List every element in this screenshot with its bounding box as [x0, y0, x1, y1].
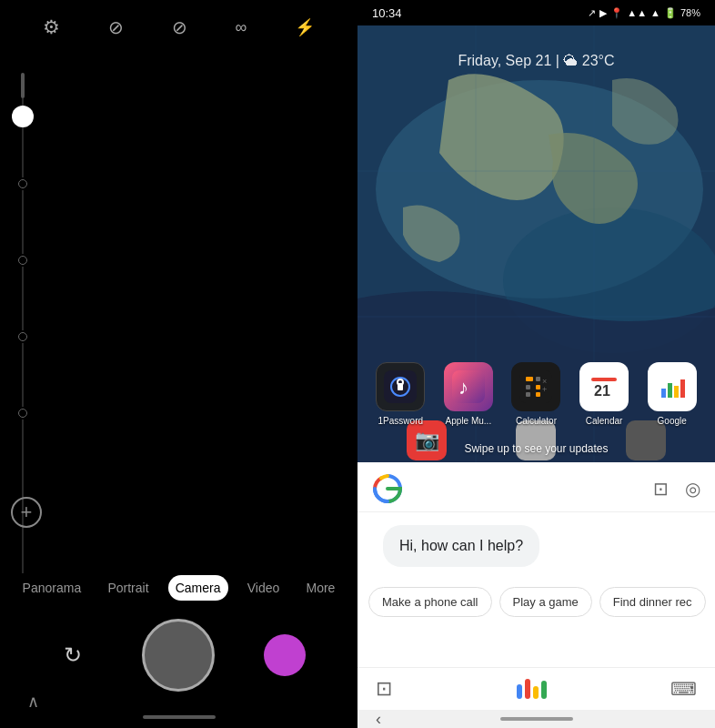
camera-top-icons: ⚙ ⊘ ⊘ ∞ ⚡	[0, 0, 358, 47]
svg-rect-16	[526, 385, 530, 389]
settings-icon[interactable]: ⚙	[43, 16, 60, 38]
slider-track-2	[22, 190, 24, 254]
assistant-top-bar: ⊡ ◎	[358, 462, 715, 512]
camera-home-indicator[interactable]	[143, 715, 216, 719]
phone-panel: 10:34 ↗ ▶ 📍 ▲▲ ▲ 🔋 78%	[358, 0, 715, 728]
app-google[interactable]: Google	[648, 362, 697, 426]
app-dock: 1Password ♪ Appl	[358, 362, 715, 426]
suggestion-play-game[interactable]: Play a game	[499, 587, 592, 617]
keyboard-icon[interactable]: ⌨	[670, 678, 697, 700]
app-label-calendar: Calendar	[586, 416, 623, 426]
camera-flip-button[interactable]: ↻	[52, 634, 94, 676]
google-assistant-logo	[372, 473, 403, 504]
suggestion-dinner[interactable]: Find dinner rec	[599, 587, 706, 617]
slider-node-2	[18, 256, 27, 265]
svg-rect-11	[452, 370, 485, 403]
mode-portrait[interactable]: Portrait	[100, 575, 156, 601]
app-1password[interactable]: 1Password	[376, 362, 425, 426]
mode-video[interactable]: Video	[240, 575, 287, 601]
camera-shutter-button[interactable]	[142, 619, 215, 692]
voice-bar-4	[541, 681, 547, 699]
slider-top-handle	[21, 73, 25, 98]
svg-rect-28	[674, 386, 679, 398]
camera-modes-bar: Panorama Portrait Camera Video More	[0, 575, 358, 601]
svg-text:21: 21	[594, 383, 610, 399]
battery-percent: 78%	[680, 7, 700, 18]
app-label-calculator: Calculator	[516, 416, 557, 426]
slider-track-1	[22, 127, 24, 177]
svg-text:♪: ♪	[458, 376, 468, 399]
assistant-suggestions: Make a phone call Play a game Find dinne…	[358, 580, 715, 624]
phone-home-indicator: ‹	[358, 710, 715, 728]
hdr-off-icon[interactable]: ⊘	[172, 16, 187, 38]
signal-icon: ▲▲	[627, 7, 647, 18]
location-icon: 📍	[610, 7, 623, 19]
voice-bar-1	[517, 684, 522, 699]
mode-panorama[interactable]: Panorama	[15, 575, 89, 601]
camera-bottom-controls: ↻	[0, 619, 358, 692]
suggestion-phone-call[interactable]: Make a phone call	[368, 587, 492, 617]
app-calculator[interactable]: × + Calculator	[511, 362, 560, 426]
explore-icon[interactable]: ◎	[685, 478, 700, 500]
mode-more[interactable]: More	[298, 575, 342, 601]
assistant-action-icons: ⊡ ◎	[653, 478, 700, 500]
camera-panel: ⚙ ⊘ ⊘ ∞ ⚡ + Panorama Portrait Camera Vid…	[0, 0, 358, 728]
status-bar: 10:34 ↗ ▶ 📍 ▲▲ ▲ 🔋 78%	[358, 0, 715, 25]
app-icon-calculator: × +	[511, 362, 560, 411]
add-mode-button[interactable]: +	[11, 497, 42, 528]
battery-icon: 🔋	[664, 7, 677, 19]
wifi-icon: ▲	[650, 7, 660, 18]
app-apple-music[interactable]: ♪ Apple Mu...	[444, 362, 493, 426]
swipe-up-text: Swipe up to see your updates	[358, 442, 715, 455]
slider-track-top	[22, 98, 24, 106]
svg-rect-29	[680, 379, 685, 398]
assistant-panel: ⊡ ◎ Hi, how can I help? Make a phone cal…	[358, 462, 715, 728]
svg-rect-15	[536, 377, 540, 381]
snapshot-icon[interactable]: ⊡	[653, 478, 669, 500]
assistant-bottom-bar: ⊡ ⌨	[358, 667, 715, 710]
svg-rect-17	[526, 392, 530, 397]
app-label-1password: 1Password	[378, 416, 423, 426]
app-icon-1password	[376, 362, 425, 411]
mode-camera[interactable]: Camera	[168, 575, 228, 601]
svg-rect-14	[526, 377, 533, 381]
slider-track-3	[22, 267, 24, 330]
svg-rect-26	[661, 389, 666, 398]
voice-bars[interactable]	[517, 679, 547, 699]
youtube-icon: ▶	[599, 7, 607, 19]
svg-rect-18	[536, 385, 540, 389]
slider-node-3	[18, 332, 27, 341]
app-label-apple-music: Apple Mu...	[446, 416, 492, 426]
app-icon-google	[648, 362, 697, 411]
svg-rect-19	[536, 392, 540, 397]
svg-rect-23	[591, 378, 617, 381]
voice-bar-3	[533, 686, 539, 699]
lock-date-text: Friday, Sep 21 | 🌥 23°C	[458, 53, 614, 68]
home-screen: Friday, Sep 21 | 🌥 23°C 1Password	[358, 25, 715, 462]
phone-home-bar[interactable]	[500, 717, 573, 721]
status-time: 10:34	[372, 6, 402, 20]
assistant-greeting: Hi, how can I help?	[383, 525, 539, 567]
screenshot-icon[interactable]: ⊡	[376, 677, 392, 701]
app-icon-apple-music: ♪	[444, 362, 493, 411]
timer-icon[interactable]: ⚡	[295, 17, 315, 37]
back-chevron[interactable]: ‹	[376, 710, 381, 729]
svg-rect-27	[668, 383, 672, 398]
camera-gallery-button[interactable]	[264, 634, 306, 676]
live-icon[interactable]: ∞	[236, 18, 247, 37]
greeting-container: Hi, how can I help?	[358, 512, 715, 576]
lock-datetime: Friday, Sep 21 | 🌥 23°C	[358, 53, 715, 69]
app-calendar[interactable]: 21 Calendar	[579, 362, 629, 426]
slider-track-4	[22, 343, 24, 407]
slider-node-4	[18, 409, 27, 418]
voice-bar-2	[525, 679, 530, 699]
flash-off-icon[interactable]: ⊘	[108, 16, 124, 38]
status-icons: ↗ ▶ 📍 ▲▲ ▲ 🔋 78%	[588, 7, 700, 19]
app-icon-calendar: 21	[579, 362, 629, 411]
app-label-google: Google	[658, 416, 687, 426]
slider-node-1	[18, 179, 27, 188]
notification-icon: ↗	[588, 7, 596, 19]
chevron-up-icon[interactable]: ∧	[27, 692, 39, 712]
slider-thumb[interactable]	[12, 106, 34, 127]
svg-text:+: +	[542, 385, 547, 394]
